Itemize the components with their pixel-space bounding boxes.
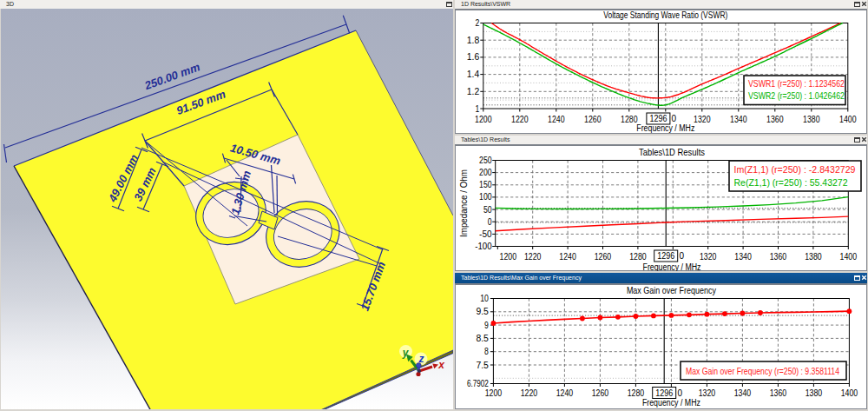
svg-text:1340: 1340 [734, 251, 752, 262]
svg-text:x: x [437, 359, 445, 371]
svg-text:Tables\1D Results: Tables\1D Results [639, 147, 705, 157]
svg-text:1.8: 1.8 [467, 35, 480, 45]
svg-text:0: 0 [488, 216, 492, 227]
svg-text:1320: 1320 [699, 388, 716, 398]
svg-text:1296: 1296 [649, 114, 667, 123]
svg-text:1360: 1360 [770, 251, 787, 262]
svg-text:1280: 1280 [621, 114, 638, 124]
svg-text:1240: 1240 [556, 388, 574, 398]
svg-text:Max Gain over Frequency (r=250: Max Gain over Frequency (r=250) : 9.3581… [686, 366, 839, 376]
svg-text:0: 0 [672, 114, 677, 123]
svg-text:1340: 1340 [730, 114, 747, 124]
svg-text:1380: 1380 [803, 114, 820, 124]
svg-text:1220: 1220 [521, 388, 538, 398]
svg-text:1220: 1220 [524, 251, 542, 262]
svg-text:1320: 1320 [700, 251, 717, 262]
svg-text:1200: 1200 [500, 251, 517, 262]
svg-text:1380: 1380 [805, 251, 822, 262]
svg-text:0: 0 [679, 251, 684, 261]
svg-text:VSWR2 (r=250) : 1.0426462: VSWR2 (r=250) : 1.0426462 [748, 90, 845, 101]
svg-text:Voltage Standing Wave Ratio (V: Voltage Standing Wave Ratio (VSWR) [603, 10, 727, 20]
svg-text:1220: 1220 [511, 114, 529, 124]
svg-text:10: 10 [480, 293, 489, 303]
svg-text:1260: 1260 [595, 251, 612, 262]
svg-text:250: 250 [479, 155, 492, 165]
svg-text:y: y [402, 347, 410, 359]
svg-text:-100: -100 [475, 241, 492, 251]
svg-text:1296: 1296 [657, 251, 674, 261]
svg-text:9: 9 [484, 320, 489, 330]
svg-text:8.5: 8.5 [476, 333, 489, 343]
svg-text:Frequency / MHz: Frequency / MHz [642, 398, 700, 408]
svg-text:100: 100 [479, 191, 492, 202]
svg-text:-50: -50 [479, 229, 492, 239]
svg-text:Re(Z1,1) (r=250) : 55.43272: Re(Z1,1) (r=250) : 55.43272 [734, 177, 848, 188]
svg-text:1.6: 1.6 [467, 51, 480, 62]
svg-text:1260: 1260 [584, 114, 602, 124]
svg-text:1400: 1400 [839, 114, 857, 124]
svg-text:Im(Z1,1) (r=250) : -2.8432729: Im(Z1,1) (r=250) : -2.8432729 [734, 164, 856, 175]
svg-text:9.5: 9.5 [476, 306, 489, 316]
svg-text:1200: 1200 [485, 388, 503, 398]
svg-text:0: 0 [677, 388, 682, 398]
svg-text:1.4: 1.4 [467, 69, 480, 79]
svg-text:1360: 1360 [766, 114, 784, 124]
svg-text:200: 200 [479, 167, 492, 177]
svg-text:1200: 1200 [475, 114, 492, 124]
svg-text:1320: 1320 [694, 114, 711, 124]
svg-text:1400: 1400 [840, 251, 858, 262]
svg-text:1400: 1400 [841, 388, 858, 398]
svg-text:Impedance / Ohm: Impedance / Ohm [459, 169, 469, 237]
svg-text:Max Gain over Frequency: Max Gain over Frequency [627, 285, 717, 295]
svg-text:1.2: 1.2 [467, 86, 480, 96]
svg-text:1240: 1240 [559, 251, 576, 262]
svg-text:2: 2 [476, 17, 480, 28]
svg-text:1: 1 [476, 103, 480, 114]
svg-text:7.5: 7.5 [476, 360, 489, 370]
svg-text:8: 8 [484, 346, 489, 356]
svg-text:1360: 1360 [770, 388, 787, 398]
svg-text:z: z [418, 353, 424, 365]
svg-text:1296: 1296 [655, 388, 673, 398]
svg-text:VSWR1 (r=250) : 1.1234562: VSWR1 (r=250) : 1.1234562 [748, 78, 845, 89]
svg-text:1380: 1380 [806, 388, 823, 398]
svg-text:150: 150 [479, 179, 492, 189]
svg-text:1280: 1280 [629, 251, 647, 262]
svg-text:50: 50 [483, 204, 492, 215]
svg-text:1260: 1260 [592, 388, 609, 398]
svg-text:1280: 1280 [628, 388, 645, 398]
svg-text:1240: 1240 [548, 114, 565, 124]
svg-text:1340: 1340 [734, 388, 752, 398]
svg-text:Frequency / MHz: Frequency / MHz [643, 262, 701, 272]
